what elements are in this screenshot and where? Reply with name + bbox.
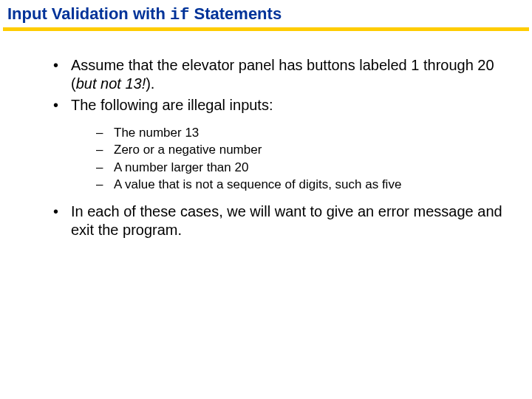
bullet-dot-icon: • xyxy=(53,56,71,93)
bullet-text: The following are illegal inputs: xyxy=(71,96,502,115)
bullet-item: • In each of these cases, we will want t… xyxy=(53,202,502,239)
bullet-dash-icon: – xyxy=(96,142,114,157)
sub-bullet-item: – A number larger than 20 xyxy=(96,160,502,175)
slide: Input Validation with if Statements • As… xyxy=(0,0,532,399)
bullet-dot-icon: • xyxy=(53,96,71,115)
sub-bullet-item: – Zero or a negative number xyxy=(96,142,502,157)
title-suffix: Statements xyxy=(189,4,282,23)
bullet-text: Assume that the elevator panel has butto… xyxy=(71,56,502,93)
content-area: • Assume that the elevator panel has but… xyxy=(0,31,532,239)
sub-bullet-text: A value that is not a sequence of digits… xyxy=(114,177,502,192)
slide-title: Input Validation with if Statements xyxy=(7,4,282,23)
bullet-text: In each of these cases, we will want to … xyxy=(71,202,502,239)
bullet-dash-icon: – xyxy=(96,125,114,140)
sub-bullet-text: A number larger than 20 xyxy=(114,160,502,175)
bullet-dash-icon: – xyxy=(96,177,114,192)
title-prefix: Input Validation with xyxy=(7,4,170,23)
title-bar: Input Validation with if Statements xyxy=(0,0,532,27)
title-code: if xyxy=(170,6,189,24)
sub-bullet-text: The number 13 xyxy=(114,125,502,140)
bullet-dash-icon: – xyxy=(96,160,114,175)
bullet-text-emph: but not 13! xyxy=(76,75,146,92)
sub-bullet-group: – The number 13 – Zero or a negative num… xyxy=(30,125,502,192)
bullet-item: • Assume that the elevator panel has but… xyxy=(53,56,502,93)
bullet-item: • The following are illegal inputs: xyxy=(53,96,502,115)
bullet-dot-icon: • xyxy=(53,202,71,239)
sub-bullet-item: – The number 13 xyxy=(96,125,502,140)
sub-bullet-item: – A value that is not a sequence of digi… xyxy=(96,177,502,192)
sub-bullet-text: Zero or a negative number xyxy=(114,142,502,157)
bullet-text-post: ). xyxy=(146,75,154,92)
